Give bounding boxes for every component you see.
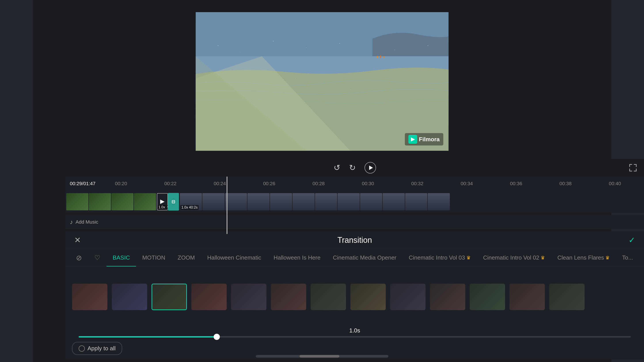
playhead [227, 177, 227, 234]
duration-area: 1.0s [66, 327, 644, 342]
svg-rect-7 [273, 41, 274, 41]
tab-zoom[interactable]: ZOOM [172, 249, 201, 267]
transition-thumb-3[interactable] [152, 284, 187, 310]
playback-controls: ↺ ↻ [66, 159, 644, 177]
clip-thumb-r7 [315, 193, 337, 210]
transition-thumb-2[interactable] [112, 284, 147, 310]
ruler-mark-1: 00:20 [96, 181, 146, 187]
ruler-mark-7: 00:32 [392, 181, 442, 187]
video-scene-svg [196, 12, 448, 151]
music-track: ♪ Add Music [66, 215, 644, 229]
main-content: ▶ Filmora ↺ ↻ 00:29/01:47 00:20 00: [33, 0, 611, 362]
timeline-ruler: 00:29/01:47 00:20 00:22 00:24 00:26 00:2… [66, 177, 644, 191]
apply-circle-icon [79, 346, 85, 352]
apply-to-all-button[interactable]: Apply to all [72, 342, 122, 355]
cut-marker-left: 1.0x 5.5s [157, 193, 168, 210]
redo-button[interactable]: ↻ [349, 163, 356, 172]
transition-thumb-4[interactable] [191, 284, 227, 310]
ruler-mark-3: 00:24 [195, 181, 244, 187]
scrollbar-thumb[interactable] [300, 355, 339, 358]
clip-thumb-r12 [428, 193, 450, 210]
transition-thumb-8[interactable] [350, 284, 386, 310]
watermark-icon: ▶ [408, 135, 417, 144]
crown-icon-lens-flares: ♛ [605, 255, 610, 261]
undo-button[interactable]: ↺ [334, 163, 340, 172]
clip-thumb-4 [134, 193, 156, 210]
transition-marker[interactable] [168, 193, 179, 211]
ruler-mark-10: 00:38 [541, 181, 590, 187]
crown-icon-vol02: ♛ [540, 255, 545, 261]
transition-thumb-5[interactable] [231, 284, 266, 310]
video-frame: ▶ Filmora [196, 12, 448, 151]
ruler-mark-4: 00:26 [244, 181, 294, 187]
tab-more[interactable]: To... [616, 249, 639, 267]
crown-icon-vol03: ♛ [466, 255, 471, 261]
clip-thumb-r9 [360, 193, 382, 210]
panel-header: ✕ Transition ✓ [66, 231, 644, 249]
tab-halloween-cinematic[interactable]: Halloween Cinematic [201, 249, 267, 267]
svg-rect-10 [394, 50, 395, 50]
panel-close-button[interactable]: ✕ [74, 236, 81, 245]
transition-thumb-9[interactable] [390, 284, 426, 310]
sidebar-left [0, 0, 33, 362]
transition-icon [169, 197, 178, 206]
ruler-mark-11: 00:40 [590, 181, 640, 187]
svg-rect-3 [380, 55, 381, 58]
transition-thumb-13[interactable] [549, 284, 584, 310]
tab-halloween-is-here[interactable]: Halloween Is Here [267, 249, 326, 267]
svg-rect-9 [339, 43, 340, 44]
watermark-brand: Filmora [419, 136, 440, 143]
fullscreen-icon [628, 163, 637, 172]
panel-confirm-button[interactable]: ✓ [628, 236, 635, 245]
transition-thumb-12[interactable] [510, 284, 545, 310]
svg-marker-17 [160, 200, 164, 204]
transition-thumb-1[interactable] [72, 284, 107, 310]
svg-marker-16 [369, 166, 373, 170]
slider-thumb[interactable] [214, 334, 220, 340]
apply-all-label: Apply to all [88, 345, 116, 352]
duration-slider[interactable] [79, 336, 631, 338]
ruler-mark-5: 00:28 [294, 181, 343, 187]
clip-thumb-1 [66, 193, 88, 210]
clip-thumb-r2 [202, 193, 224, 210]
clip-thumb-r10 [383, 193, 405, 210]
tab-cinematic-intro-vol02[interactable]: Cinematic Intro Vol 02 ♛ [477, 249, 551, 267]
tab-motion[interactable]: MOTION [136, 249, 172, 267]
ruler-mark-6: 00:30 [343, 181, 393, 187]
video-track[interactable]: 1.0x 5.5s 1.0x 40:2s [66, 191, 644, 213]
tab-cinematic-media-opener[interactable]: Cinematic Media Opener [327, 249, 403, 267]
transition-thumb-10[interactable] [430, 284, 465, 310]
play-button[interactable] [364, 162, 376, 173]
tab-basic[interactable]: BASIC [106, 249, 136, 267]
ruler-mark-9: 00:36 [491, 181, 541, 187]
thumbnails-row [66, 267, 644, 327]
tab-clean-lens-flares[interactable]: Clean Lens Flares ♛ [551, 249, 616, 267]
transition-thumb-11[interactable] [470, 284, 505, 310]
tabs-bar: ⊘ ♡ BASIC MOTION ZOOM Halloween Cinemati… [66, 249, 644, 267]
tab-favorites[interactable]: ♡ [88, 249, 106, 267]
clip-thumb-r8 [338, 193, 360, 210]
ruler-mark-8: 00:34 [442, 181, 492, 187]
svg-rect-4 [383, 56, 384, 58]
svg-rect-2 [377, 56, 378, 58]
clip-thumb-r11 [405, 193, 427, 210]
transition-thumb-6[interactable] [271, 284, 306, 310]
svg-rect-12 [295, 78, 296, 79]
svg-rect-6 [240, 52, 240, 52]
play-icon [364, 162, 376, 173]
clip-thumb-3 [111, 193, 134, 210]
add-music-button[interactable]: Add Music [76, 219, 98, 225]
duration-label: 1.0s [349, 327, 360, 334]
tab-cinematic-intro-vol03[interactable]: Cinematic Intro Vol 03 ♛ [402, 249, 477, 267]
svg-rect-13 [350, 89, 350, 90]
clip-thumb-r4 [248, 193, 270, 210]
clip-thumb-2 [89, 193, 111, 210]
ruler-mark-2: 00:22 [146, 181, 195, 187]
watermark: ▶ Filmora [405, 133, 443, 145]
svg-rect-14 [251, 100, 251, 101]
bottom-scrollbar[interactable] [256, 355, 388, 358]
tab-recent[interactable]: ⊘ [70, 249, 88, 267]
fullscreen-button[interactable] [628, 163, 637, 172]
svg-rect-11 [428, 45, 428, 46]
transition-thumb-7[interactable] [310, 284, 346, 310]
